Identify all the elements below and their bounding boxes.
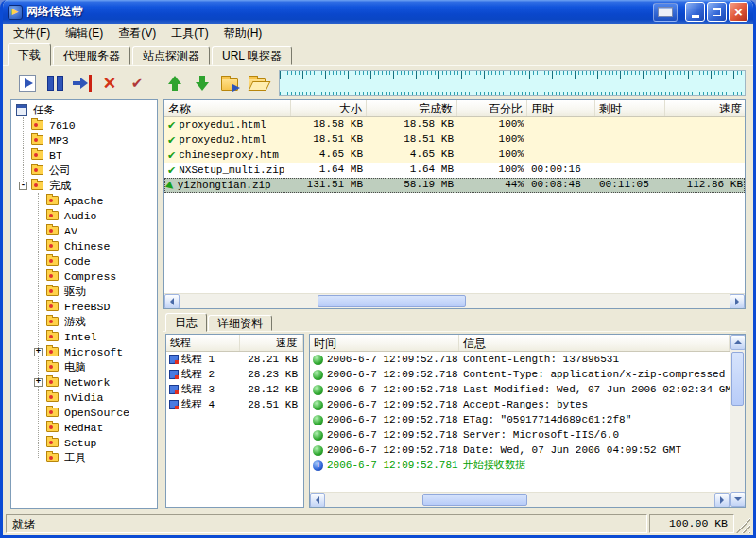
scroll-left-button[interactable] bbox=[164, 294, 180, 309]
tree-item-finished[interactable]: -完成 bbox=[11, 178, 157, 193]
tree-item-computer[interactable]: 电脑 bbox=[11, 359, 157, 374]
start-button[interactable] bbox=[14, 70, 41, 96]
download-row[interactable]: ✔NXSetup_multi.zip1.64 MB1.64 MB100%00:0… bbox=[164, 163, 745, 178]
tab-proxy-server[interactable]: 代理服务器 bbox=[53, 46, 130, 65]
maximize-button[interactable] bbox=[707, 2, 727, 22]
scrollbar-track[interactable] bbox=[325, 493, 714, 507]
thread-column-header-1[interactable]: 速度 bbox=[240, 335, 303, 351]
log-column-header-1[interactable]: 信息 bbox=[459, 335, 730, 351]
scrollbar-thumb[interactable] bbox=[318, 295, 466, 307]
folder-icon bbox=[46, 408, 59, 417]
column-header-speed[interactable]: 速度 bbox=[665, 100, 745, 116]
log-vscrollbar[interactable] bbox=[730, 335, 745, 507]
tree-item-microsoft[interactable]: +Microsoft bbox=[11, 344, 157, 359]
tree-item-redhat[interactable]: RedHat bbox=[11, 420, 157, 435]
tree-item-audio[interactable]: Audio bbox=[11, 208, 157, 223]
download-row[interactable]: ✔proxyedu2.html18.51 KB18.51 KB100% bbox=[164, 132, 745, 148]
log-row[interactable]: 2006-6-7 12:09:52.718ETag: "05917714d689… bbox=[310, 412, 730, 427]
collapse-icon[interactable]: - bbox=[19, 182, 27, 190]
tree-item-company[interactable]: 公司 bbox=[11, 163, 157, 178]
file-name-cell: ✔chineseproxy.htm bbox=[164, 148, 291, 163]
download-row[interactable]: ▶yizhongtian.zip131.51 MB58.19 MB44%00:0… bbox=[164, 178, 745, 193]
menu-item-tools[interactable]: 工具(T) bbox=[163, 24, 215, 43]
column-header-elapsed[interactable]: 用时 bbox=[527, 100, 595, 116]
scrollbar-thumb[interactable] bbox=[731, 352, 744, 406]
log-message: ETag: "05917714d689c61:2f8" bbox=[459, 413, 730, 427]
tree-item-apache[interactable]: Apache bbox=[11, 193, 157, 208]
thread-column-header-0[interactable]: 线程 bbox=[166, 335, 240, 351]
scrollbar-thumb[interactable] bbox=[422, 494, 527, 506]
log-hscrollbar[interactable] bbox=[310, 492, 730, 507]
column-header-size[interactable]: 大小 bbox=[291, 100, 367, 116]
thread-row[interactable]: 线程 228.23 KB bbox=[166, 367, 303, 382]
scroll-up-button[interactable] bbox=[730, 335, 746, 350]
log-column-header-0[interactable]: 时间 bbox=[310, 335, 459, 351]
tab-download[interactable]: 下载 bbox=[8, 43, 51, 66]
tree-item-bt[interactable]: BT bbox=[11, 148, 157, 163]
minimize-button[interactable] bbox=[685, 2, 705, 22]
tree-item-drivers[interactable]: 驱动 bbox=[11, 284, 157, 299]
column-header-percent[interactable]: 百分比 bbox=[457, 100, 527, 116]
log-row[interactable]: 2006-6-7 12:09:52.718Last-Modified: Wed,… bbox=[310, 382, 730, 397]
resize-grip[interactable] bbox=[736, 514, 750, 533]
tree-item-games[interactable]: 游戏 bbox=[11, 314, 157, 329]
scrollbar-track[interactable] bbox=[180, 294, 730, 308]
download-hscrollbar[interactable] bbox=[164, 293, 745, 308]
tree-item-chinese[interactable]: Chinese bbox=[11, 238, 157, 253]
delete-button[interactable] bbox=[96, 70, 123, 96]
column-header-remain[interactable]: 剩时 bbox=[595, 100, 665, 116]
tree-item-freebsd[interactable]: FreeBSD bbox=[11, 299, 157, 314]
log-row[interactable]: i2006-6-7 12:09:52.781开始接收数据 bbox=[310, 458, 730, 473]
menu-item-help[interactable]: 帮助(H) bbox=[216, 24, 270, 43]
open-folder-button[interactable] bbox=[244, 70, 270, 96]
log-row[interactable]: 2006-6-7 12:09:52.718Server: Microsoft-I… bbox=[310, 427, 730, 443]
column-header-done[interactable]: 完成数 bbox=[367, 100, 457, 116]
tab-site-explorer[interactable]: 站点探测器 bbox=[132, 46, 210, 65]
menu-item-edit[interactable]: 编辑(E) bbox=[58, 24, 111, 43]
tree-item-intel[interactable]: Intel bbox=[11, 329, 157, 344]
move-up-button[interactable] bbox=[162, 70, 188, 96]
tree-item-mp3[interactable]: MP3 bbox=[11, 132, 157, 148]
pause-button[interactable] bbox=[42, 70, 68, 96]
expand-icon[interactable]: + bbox=[34, 378, 43, 387]
scroll-right-button[interactable] bbox=[730, 294, 745, 309]
column-header-name[interactable]: 名称 bbox=[164, 100, 291, 116]
menu-item-view[interactable]: 查看(V) bbox=[111, 24, 163, 43]
scroll-left-button[interactable] bbox=[310, 493, 325, 508]
download-row[interactable]: ✔chineseproxy.htm4.65 KB4.65 KB100% bbox=[164, 148, 745, 163]
tree-item-setup[interactable]: Setup bbox=[11, 435, 157, 450]
tree-item-7610[interactable]: 7610 bbox=[11, 117, 157, 132]
log-row[interactable]: 2006-6-7 12:09:52.718Date: Wed, 07 Jun 2… bbox=[310, 443, 730, 458]
tab-url-sniffer[interactable]: URL 嗅探器 bbox=[212, 46, 292, 65]
close-button[interactable] bbox=[729, 2, 748, 22]
scroll-down-button[interactable] bbox=[730, 492, 746, 507]
drop-basket-button[interactable] bbox=[653, 3, 678, 22]
stop-button[interactable] bbox=[69, 70, 95, 96]
tab-details[interactable]: 详细资料 bbox=[208, 315, 272, 331]
thread-row[interactable]: 线程 128.21 KB bbox=[166, 352, 303, 367]
download-row[interactable]: ✔proxyedu1.html18.58 KB18.58 KB100% bbox=[164, 117, 745, 132]
confirm-button[interactable] bbox=[124, 70, 150, 96]
titlebar[interactable]: 网络传送带 bbox=[3, 0, 753, 24]
tree-item-av[interactable]: AV bbox=[11, 223, 157, 238]
tree-item-compress[interactable]: Compress bbox=[11, 269, 157, 284]
thread-row[interactable]: 线程 328.12 KB bbox=[166, 382, 303, 397]
scroll-right-button[interactable] bbox=[714, 493, 730, 508]
tree-item-nvidia[interactable]: nVidia bbox=[11, 390, 157, 405]
move-down-button[interactable] bbox=[189, 70, 215, 96]
tree-item-code[interactable]: Code bbox=[11, 253, 157, 269]
tree-item-network[interactable]: +Network bbox=[11, 374, 157, 390]
expand-icon[interactable]: + bbox=[34, 348, 43, 356]
log-row[interactable]: 2006-6-7 12:09:52.718Content-Type: appli… bbox=[310, 367, 730, 382]
log-row[interactable]: 2006-6-7 12:09:52.718Content-Length: 137… bbox=[310, 352, 730, 367]
log-pane: 时间信息 2006-6-7 12:09:52.718Content-Length… bbox=[309, 334, 746, 508]
thread-row[interactable]: 线程 428.51 KB bbox=[166, 397, 303, 412]
tree-item-opensource[interactable]: OpenSource bbox=[11, 405, 157, 420]
menu-item-file[interactable]: 文件(F) bbox=[6, 24, 58, 43]
log-row[interactable]: 2006-6-7 12:09:52.718Accept-Ranges: byte… bbox=[310, 397, 730, 412]
tree-root[interactable]: 任务 bbox=[11, 102, 157, 117]
tree-item-tools[interactable]: 工具 bbox=[11, 450, 157, 465]
tab-log[interactable]: 日志 bbox=[165, 313, 207, 332]
scrollbar-track[interactable] bbox=[730, 350, 745, 492]
open-file-button[interactable] bbox=[216, 70, 243, 96]
